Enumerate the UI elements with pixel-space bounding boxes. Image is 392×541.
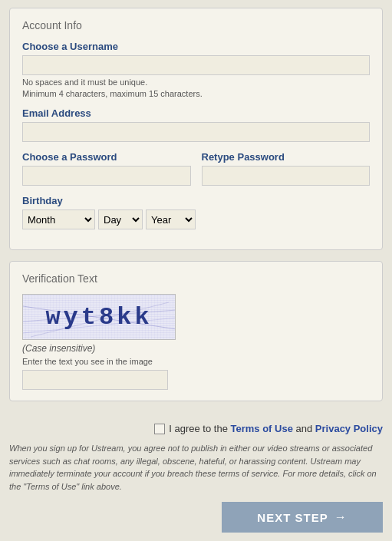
- arrow-icon: →: [334, 510, 348, 524]
- case-insensitive-note: (Case insensitive): [22, 343, 370, 354]
- captcha-enter-label: Enter the text you see in the image: [22, 357, 370, 366]
- retype-password-label: Retype Password: [202, 151, 371, 163]
- terms-text: I agree to the Terms of Use and Privacy …: [169, 423, 383, 434]
- password-input[interactable]: [22, 166, 191, 186]
- retype-password-field-group: Retype Password: [202, 151, 371, 186]
- email-label: Email Address: [22, 107, 370, 119]
- password-field-group: Choose a Password: [22, 151, 191, 186]
- next-step-button[interactable]: NEXT STEP →: [222, 502, 383, 533]
- retype-password-input[interactable]: [202, 166, 371, 186]
- button-row: NEXT STEP →: [9, 502, 383, 533]
- birthday-label: Birthday: [22, 195, 370, 206]
- account-info-title: Account Info: [22, 19, 370, 31]
- privacy-policy-link[interactable]: Privacy Policy: [315, 423, 383, 434]
- username-hint1: No spaces and it must be unique.: [22, 78, 370, 87]
- username-input[interactable]: [22, 55, 370, 75]
- terms-row: I agree to the Terms of Use and Privacy …: [9, 423, 383, 434]
- terms-and: and: [293, 423, 315, 434]
- account-info-section: Account Info Choose a Username No spaces…: [9, 8, 383, 250]
- birthday-year-select[interactable]: Year for(let i=2024;i>=1900;i--) documen…: [146, 209, 196, 229]
- birthday-day-select[interactable]: Day for(let i=1;i<=31;i++) document.writ…: [98, 209, 143, 229]
- terms-prefix: I agree to the: [169, 423, 230, 434]
- birthday-field-group: Birthday Month January February March Ap…: [22, 195, 370, 229]
- terms-checkbox[interactable]: [154, 424, 165, 434]
- captcha-image: wyt8kk: [22, 294, 176, 340]
- disclaimer-text: When you sign up for Ustream, you agree …: [9, 442, 383, 493]
- birthday-month-select[interactable]: Month January February March April May J…: [22, 209, 95, 229]
- captcha-input[interactable]: [22, 370, 168, 390]
- password-label: Choose a Password: [22, 151, 191, 163]
- password-row: Choose a Password Retype Password: [22, 151, 370, 195]
- terms-of-use-link[interactable]: Terms of Use: [231, 423, 293, 434]
- email-input[interactable]: [22, 122, 370, 142]
- next-step-label: NEXT STEP: [257, 511, 328, 524]
- email-field-group: Email Address: [22, 107, 370, 142]
- username-hint2: Minimum 4 characters, maximum 15 charact…: [22, 89, 370, 98]
- captcha-text: wyt8kk: [45, 303, 152, 332]
- username-field-group: Choose a Username No spaces and it must …: [22, 41, 370, 98]
- verification-title: Verification Text: [22, 272, 370, 285]
- username-label: Choose a Username: [22, 41, 370, 52]
- footer-area: I agree to the Terms of Use and Privacy …: [0, 420, 392, 540]
- verification-section: Verification Text wyt8kk (Case insensiti…: [9, 261, 383, 401]
- birthday-row: Month January February March April May J…: [22, 209, 370, 229]
